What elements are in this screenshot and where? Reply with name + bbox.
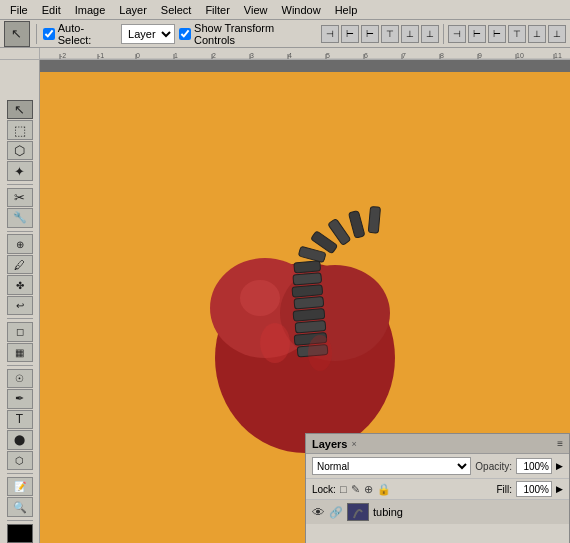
layers-panel-close-x: × — [351, 439, 356, 449]
menu-image[interactable]: Image — [69, 3, 112, 17]
distribute-left-icon[interactable]: ⊣ — [448, 25, 466, 43]
auto-select-text: Auto-Select: — [58, 22, 117, 46]
tool-shape[interactable]: ⬡ — [7, 451, 33, 470]
layer-visibility-icon[interactable]: 👁 — [312, 505, 325, 520]
heart-composite-svg — [185, 158, 425, 458]
menu-help[interactable]: Help — [329, 3, 364, 17]
tool-separator-1 — [7, 184, 33, 185]
layer-thumb-svg — [348, 504, 368, 520]
svg-text:2: 2 — [212, 52, 216, 59]
menu-filter[interactable]: Filter — [199, 3, 235, 17]
svg-text:0: 0 — [136, 52, 140, 59]
svg-rect-60 — [295, 320, 326, 333]
svg-text:-2: -2 — [60, 52, 66, 59]
transform-text: Show Transform Controls — [194, 22, 317, 46]
transform-checkbox[interactable] — [179, 28, 191, 40]
svg-rect-73 — [348, 504, 368, 520]
auto-select-label: Auto-Select: — [43, 22, 117, 46]
tool-text[interactable]: T — [7, 410, 33, 429]
align-top-icon[interactable]: ⊤ — [381, 25, 399, 43]
svg-point-72 — [308, 335, 332, 371]
tool-path[interactable]: ⬤ — [7, 430, 33, 449]
tool-pen[interactable]: ✒ — [7, 389, 33, 408]
tool-eyedropper[interactable]: 🔧 — [7, 208, 33, 227]
lock-transparent-icon[interactable]: □ — [340, 483, 347, 495]
menu-window[interactable]: Window — [276, 3, 327, 17]
move-tool-button[interactable]: ↖ — [4, 21, 30, 47]
opacity-label: Opacity: — [475, 461, 512, 472]
align-right-icon[interactable]: ⊢ — [361, 25, 379, 43]
distribute-top-icon[interactable]: ⊤ — [508, 25, 526, 43]
svg-rect-65 — [294, 260, 321, 272]
menu-select[interactable]: Select — [155, 3, 198, 17]
tool-clone[interactable]: ✤ — [7, 275, 33, 294]
opacity-input[interactable] — [516, 458, 552, 474]
transform-label: Show Transform Controls — [179, 22, 317, 46]
distribute-right-icon[interactable]: ⊢ — [488, 25, 506, 43]
fill-label-text: Fill: — [496, 484, 512, 495]
svg-text:5: 5 — [326, 52, 330, 59]
svg-rect-70 — [368, 206, 380, 233]
tool-separator-2 — [7, 231, 33, 232]
layer-select[interactable]: Layer — [121, 24, 175, 44]
tool-eraser[interactable]: ◻ — [7, 322, 33, 341]
lock-paint-icon[interactable]: ✎ — [351, 483, 360, 496]
svg-text:10: 10 — [516, 52, 524, 59]
tool-crop[interactable]: ✂ — [7, 188, 33, 207]
lock-position-icon[interactable]: ⊕ — [364, 483, 373, 496]
tool-gradient[interactable]: ▦ — [7, 343, 33, 362]
menu-view[interactable]: View — [238, 3, 274, 17]
fill-input[interactable] — [516, 481, 552, 497]
distribute-center-h-icon[interactable]: ⊢ — [468, 25, 486, 43]
layers-panel-title-area: Layers × — [312, 438, 357, 450]
svg-text:7: 7 — [402, 52, 406, 59]
svg-text:9: 9 — [478, 52, 482, 59]
layers-panel-options-icon[interactable]: ≡ — [557, 438, 563, 449]
tool-separator-6 — [7, 520, 33, 521]
tool-marquee[interactable]: ⬚ — [7, 120, 33, 139]
toolbox: ↖ ⬚ ⬡ ✦ ✂ 🔧 ⊕ 🖊 ✤ ↩ ◻ ▦ ☉ ✒ T ⬤ ⬡ 📝 🔍 — [0, 60, 40, 543]
layers-panel: Layers × ≡ Normal Dissolve Multiply Scre… — [305, 433, 570, 543]
tool-history-brush[interactable]: ↩ — [7, 296, 33, 315]
toolbar-separator-1 — [36, 24, 37, 44]
toolbar: ↖ Auto-Select: Layer Show Transform Cont… — [0, 20, 570, 48]
align-bottom-icon[interactable]: ⊥ — [421, 25, 439, 43]
layer-name-label: tubing — [373, 506, 403, 518]
tool-separator-4 — [7, 365, 33, 366]
ruler-corner — [0, 48, 40, 60]
tool-notes[interactable]: 📝 — [7, 477, 33, 496]
tool-lasso[interactable]: ⬡ — [7, 141, 33, 160]
svg-rect-63 — [292, 284, 323, 297]
tool-zoom[interactable]: 🔍 — [7, 497, 33, 516]
align-center-v-icon[interactable]: ⊥ — [401, 25, 419, 43]
tool-healing[interactable]: ⊕ — [7, 234, 33, 253]
tool-brush[interactable]: 🖊 — [7, 255, 33, 274]
menu-layer[interactable]: Layer — [113, 3, 153, 17]
ruler-horizontal: -2 -1 0 1 2 3 4 5 6 7 8 9 10 11 — [40, 48, 570, 60]
svg-rect-69 — [349, 210, 365, 238]
layer-row-tubing[interactable]: 👁 🔗 tubing — [306, 500, 569, 524]
tool-separator-3 — [7, 318, 33, 319]
foreground-color[interactable] — [7, 524, 33, 543]
svg-text:3: 3 — [250, 52, 254, 59]
distribute-bottom-icon[interactable]: ⊥ — [548, 25, 566, 43]
distribute-center-v-icon[interactable]: ⊥ — [528, 25, 546, 43]
lock-all-icon[interactable]: 🔒 — [377, 483, 391, 496]
opacity-arrow[interactable]: ▶ — [556, 461, 563, 471]
menu-edit[interactable]: Edit — [36, 3, 67, 17]
auto-select-checkbox[interactable] — [43, 28, 55, 40]
tool-dodge[interactable]: ☉ — [7, 369, 33, 388]
tool-move[interactable]: ↖ — [7, 100, 33, 119]
menu-file[interactable]: File — [4, 3, 34, 17]
ruler-h-inner: -2 -1 0 1 2 3 4 5 6 7 8 9 10 11 — [40, 48, 570, 59]
fill-arrow[interactable]: ▶ — [556, 484, 563, 494]
layer-link-icon[interactable]: 🔗 — [329, 506, 343, 519]
align-left-icon[interactable]: ⊣ — [321, 25, 339, 43]
lock-label-text: Lock: — [312, 484, 336, 495]
blend-mode-select[interactable]: Normal Dissolve Multiply Screen — [312, 457, 471, 475]
ruler-h-svg: -2 -1 0 1 2 3 4 5 6 7 8 9 10 11 — [40, 48, 570, 59]
svg-text:8: 8 — [440, 52, 444, 59]
align-center-h-icon[interactable]: ⊢ — [341, 25, 359, 43]
svg-text:1: 1 — [174, 52, 178, 59]
tool-magic-wand[interactable]: ✦ — [7, 161, 33, 180]
